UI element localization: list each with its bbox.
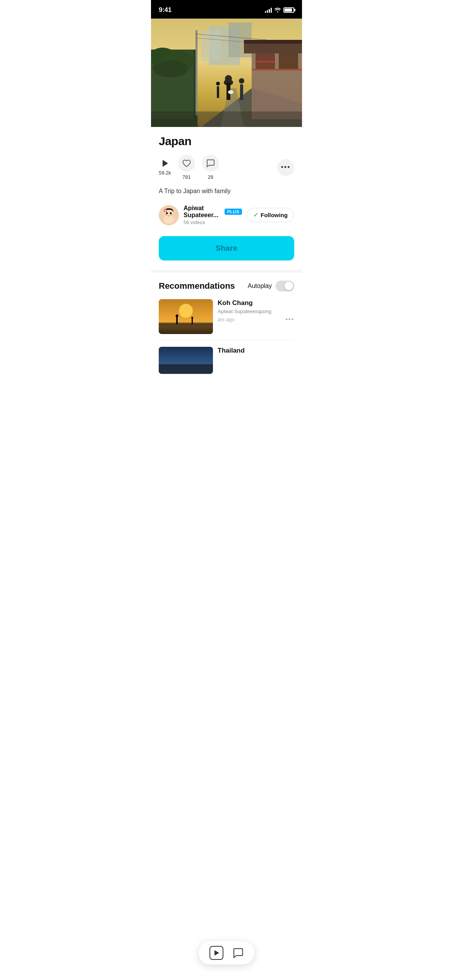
video-description: A Trip to Japan with family — [159, 187, 294, 195]
svg-rect-26 — [217, 86, 219, 98]
autoplay-label: Autoplay — [248, 283, 272, 290]
rec-time-koh-chang: ars ago — [218, 317, 234, 322]
play-button[interactable] — [161, 159, 169, 168]
svg-point-48 — [191, 317, 193, 319]
svg-point-34 — [163, 216, 174, 224]
rec-meta-row-koh-chang: ars ago ••• — [218, 316, 294, 323]
rec-creator-koh-chang: Apiwat Supateeerapong — [218, 308, 294, 314]
recommendations-title: Recommendations — [159, 281, 235, 291]
like-button[interactable] — [178, 155, 195, 172]
svg-point-46 — [176, 315, 178, 317]
like-count: 781 — [182, 174, 191, 180]
creator-row: Apiwat Supateeer... PLUS 56 videos ✓ Fol… — [159, 205, 294, 227]
share-section: Share — [151, 236, 302, 270]
like-stat[interactable]: 781 — [178, 155, 195, 180]
svg-point-23 — [225, 75, 232, 82]
svg-point-37 — [165, 214, 168, 216]
rec-more-button-koh-chang[interactable]: ••• — [285, 316, 294, 323]
rec-thumbnail-thailand — [159, 347, 213, 374]
svg-point-11 — [153, 60, 188, 77]
comment-button[interactable] — [202, 155, 219, 172]
more-options-button[interactable]: ••• — [277, 159, 294, 176]
status-bar: 9:41 — [151, 0, 302, 19]
rec-item-thailand[interactable]: Thailand — [159, 347, 294, 374]
creator-videos-count: 56 videos — [184, 219, 242, 225]
svg-rect-44 — [159, 322, 213, 323]
share-button[interactable]: Share — [159, 236, 294, 260]
signal-icon — [265, 7, 272, 13]
svg-rect-28 — [151, 111, 302, 127]
creator-avatar[interactable] — [159, 205, 179, 225]
creator-info: Apiwat Supateeer... PLUS 56 videos — [184, 205, 242, 225]
following-check-icon: ✓ — [253, 211, 258, 219]
stats-row: 59.2k 781 28 ••• — [159, 155, 294, 180]
svg-point-42 — [179, 304, 193, 318]
svg-point-38 — [170, 214, 173, 216]
svg-point-22 — [228, 90, 233, 94]
hero-image — [151, 19, 302, 127]
battery-icon — [283, 7, 294, 13]
svg-rect-16 — [256, 61, 274, 62]
svg-point-40 — [165, 210, 166, 211]
status-icons — [265, 7, 294, 14]
video-content: Japan 59.2k 781 — [151, 127, 302, 227]
wifi-icon — [274, 7, 281, 14]
comment-stat[interactable]: 28 — [202, 155, 219, 180]
svg-rect-12 — [196, 30, 197, 115]
autoplay-toggle[interactable] — [276, 281, 294, 291]
status-time: 9:41 — [159, 6, 172, 14]
svg-marker-19 — [244, 40, 302, 44]
svg-rect-50 — [159, 364, 213, 374]
play-count: 59.2k — [159, 170, 171, 176]
svg-rect-24 — [240, 84, 243, 100]
rec-title-koh-chang: Koh Chang — [218, 299, 294, 307]
video-title: Japan — [159, 135, 294, 148]
recommendations-section: Recommendations Autoplay — [151, 273, 302, 374]
rec-thumbnail-koh-chang — [159, 299, 213, 334]
following-button[interactable]: ✓ Following — [247, 208, 294, 222]
play-stat[interactable]: 59.2k — [159, 159, 171, 176]
svg-point-25 — [239, 78, 244, 84]
rec-item-koh-chang[interactable]: Koh Chang Apiwat Supateeerapong ars ago … — [159, 299, 294, 341]
comment-count: 28 — [208, 174, 213, 180]
svg-marker-31 — [163, 160, 168, 167]
svg-rect-47 — [192, 319, 193, 324]
rec-info-koh-chang: Koh Chang Apiwat Supateeerapong ars ago … — [218, 299, 294, 323]
toggle-knob — [285, 282, 293, 290]
following-label: Following — [261, 212, 288, 218]
autoplay-row: Autoplay — [248, 281, 294, 291]
recommendations-header: Recommendations Autoplay — [159, 281, 294, 291]
rec-info-thailand: Thailand — [218, 347, 294, 356]
svg-point-27 — [216, 82, 220, 86]
svg-rect-45 — [176, 317, 178, 324]
svg-rect-17 — [252, 69, 302, 70]
creator-name: Apiwat Supateeer... — [184, 205, 221, 219]
rec-title-thailand: Thailand — [218, 347, 294, 355]
section-divider — [151, 270, 302, 273]
plus-badge: PLUS — [225, 209, 242, 215]
svg-rect-43 — [159, 322, 213, 334]
creator-name-row: Apiwat Supateeer... PLUS — [184, 205, 242, 219]
